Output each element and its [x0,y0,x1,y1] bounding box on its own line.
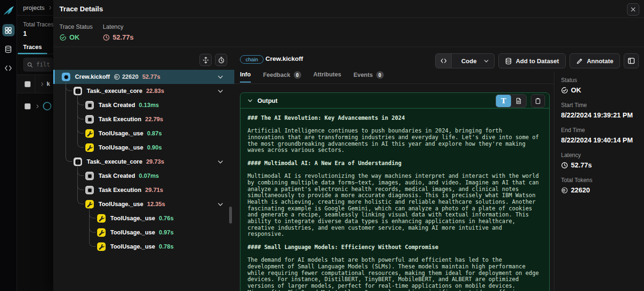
trace-span-row[interactable]: ToolUsage._use12.35s [53,197,234,211]
span-duration: 22.79s [145,116,163,123]
span-detail-header: chain Crew.kickoff Code Add to Dataset A [234,48,644,71]
stopwatch-icon [218,57,225,64]
trace-span-row[interactable]: Crew.kickoff2262052.77s [53,70,234,84]
tree-connector [66,81,72,91]
trace-span-row[interactable]: ToolUsage._use0.76s [53,211,234,225]
trace-status-block: Trace Status OK [59,24,92,41]
tab-events[interactable]: Events0 [354,71,384,83]
document-icon [515,98,522,104]
output-line: ability to integrate diverse data types … [248,218,542,225]
selected-span-name: Crew.kickoff [265,55,303,62]
chevron-down-icon[interactable] [217,74,224,81]
output-line: Microsoft's Phi-3 and Meta's Llama 3 are… [248,290,542,291]
rail-item-database[interactable] [2,43,15,55]
output-line: while requiring fewer computational reso… [248,270,542,277]
trace-list-header-row[interactable]: k [17,75,53,93]
total-traces-label: Total Traces [17,16,53,28]
copy-button[interactable] [531,94,545,108]
close-icon [630,7,636,12]
span-duration: 29.71s [145,187,163,193]
tab-feedback[interactable]: Feedback0 [263,71,301,83]
app-logo-bird-icon[interactable] [2,4,15,17]
span-duration: 0.13ms [139,102,159,108]
trace-status-value: OK [59,33,92,41]
rail-item-apps[interactable] [2,24,15,36]
code-icon [436,54,452,68]
span-name: Task Created [99,102,135,108]
trace-status-ring-icon [43,102,51,110]
chevron-right-icon[interactable] [40,82,45,87]
trace-span-row[interactable]: ToolUsage._use0.90s [53,141,234,155]
trace-span-row[interactable]: ToolUsage._use0.78s [53,240,234,254]
span-name: Task Execution [99,187,141,193]
breadcrumb-label: projects [23,4,45,11]
tab-info[interactable]: Info [240,71,251,83]
breadcrumb[interactable]: projects [17,0,53,16]
trace-span-row[interactable]: ToolUsage._use0.97s [53,225,234,240]
apps-icon [4,26,12,34]
trace-list-row[interactable] [17,96,53,116]
toggle-sidebar-button[interactable] [624,53,639,68]
span-tabs: InfoFeedback0AttributesEvents0 [234,71,554,84]
tree-scrollbar-thumb[interactable] [229,207,232,224]
tree-connector [77,180,84,190]
task-span-icon [85,101,94,109]
span-token-count: 22620 [114,74,139,80]
expand-collapse-button[interactable] [199,54,212,66]
clipboard-icon [535,98,541,104]
task-span-icon [85,186,94,194]
span-name: ToolUsage._use [99,130,143,137]
output-line [248,122,542,128]
meta-value: 52.77s [561,161,644,169]
output-line: development of Small Language Models (SL… [248,264,542,270]
meta-label: Start Time [561,102,644,108]
chevron-down-icon[interactable] [217,88,224,95]
output-line [248,167,542,174]
timing-view-button[interactable] [215,54,227,66]
span-kind-badge: chain [240,55,264,64]
tab-traces-underline [17,54,53,54]
tool-span-icon [97,242,106,251]
span-duration: 0.78s [159,243,173,250]
annotate-button[interactable]: Annotate [570,53,620,68]
code-button[interactable]: Code [435,53,495,68]
output-panel-header[interactable]: Output T [240,93,549,108]
meta-value: OK [561,86,644,94]
traces-panel: projects Total Traces 1 Traces k [17,0,53,291]
rail-item-code[interactable] [2,62,15,74]
tool-span-icon [97,228,106,237]
tab-label: Feedback [263,72,290,78]
tab-attributes[interactable]: Attributes [314,71,341,83]
meta-label: Status [561,77,644,83]
output-line: responsive. [248,231,542,238]
raw-view-button[interactable] [511,95,526,107]
chevron-down-icon[interactable] [483,58,489,64]
clock-icon [103,34,110,41]
trace-row-checkbox[interactable] [25,103,31,109]
token-icon [114,74,120,80]
select-all-checkbox[interactable] [25,81,31,87]
trace-search[interactable] [23,58,53,72]
close-button[interactable] [627,3,639,16]
search-icon [27,62,33,68]
output-content: ### The AI Revolution: Key Advancements … [240,108,549,291]
trace-details-page: projects Total Traces 1 Traces k Trace D… [0,0,644,291]
span-duration: 0.87s [147,130,162,137]
tab-count-badge: 0 [294,71,301,79]
output-line: by combining multiple data forms—text, i… [248,180,542,186]
output-line: Artificial Intelligence continues to pus… [248,128,542,134]
chevron-right-icon[interactable] [35,104,40,109]
search-input[interactable] [36,61,53,68]
text-view-button[interactable]: T [496,95,511,107]
database-icon [505,58,512,65]
output-line: devices. For instance, DistilBERT, TinyB… [248,276,542,283]
tab-traces[interactable]: Traces [17,44,53,50]
output-line [248,238,542,244]
pencil-icon [576,58,583,65]
tab-count-badge: 0 [376,71,384,79]
chevron-down-icon[interactable] [217,201,224,208]
output-line: ### The AI Revolution: Key Advancements … [248,115,542,122]
chevron-down-icon[interactable] [217,158,224,166]
add-to-dataset-button[interactable]: Add to Dataset [498,53,566,68]
output-line: Health is achieving, creating more holis… [248,199,542,206]
